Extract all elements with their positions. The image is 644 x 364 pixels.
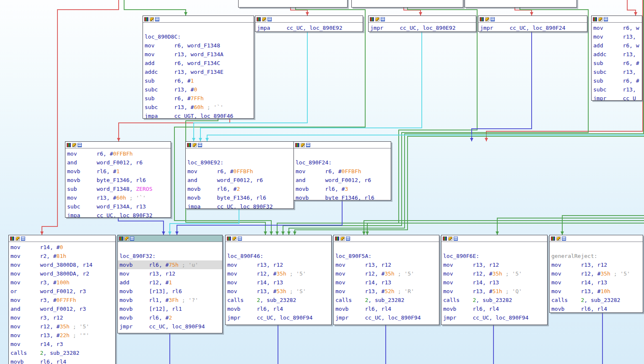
asm-line: mov word_3800DA, r2 [10, 269, 115, 278]
node-code: loc_890D8C:mov r6, word_F1348mov r13, wo… [143, 23, 254, 119]
node-code: jmpr cc_UC, loc_890E92 [369, 23, 476, 32]
asm-line [227, 243, 331, 252]
asm-line: movb rl6, rl4 [10, 357, 115, 364]
node-titlebar [592, 16, 642, 23]
asm-line: generalReject: [551, 252, 643, 260]
asm-line: subc r13, [593, 68, 642, 76]
node-jmp-top-3[interactable]: jmpr cc_UGT, loc_890F46 [465, 0, 577, 8]
graph-canvas[interactable]: jmpa cc_UGT, loc_890F46jmpa cc_UGT, loc_… [0, 0, 644, 364]
asm-line: movb rl1, #3Fh ; '?' [119, 296, 222, 304]
node-jmp-f24[interactable]: jmpr cc_UC, loc_890F24 [478, 16, 587, 32]
node-loc_890F6E[interactable]: loc_890F6E:mov r13, r12mov r12, #35h ; '… [441, 235, 548, 325]
edit-icon [448, 237, 452, 241]
asm-line: addc r13, [593, 50, 642, 59]
node-generalReject[interactable]: generalReject:mov r13, r12mov r12, #35h … [549, 235, 643, 313]
node-block-mid-left[interactable]: mov r6, #0FFBFhand word_F0012, r6movb rl… [65, 141, 171, 218]
edit-icon [375, 17, 379, 21]
asm-line [187, 149, 293, 158]
asm-line: movb rl6, rl4 [227, 304, 331, 313]
asm-line: jmpr cc_UC, loc_890F94 [443, 313, 547, 322]
asm-line: jmpr cc_UC, loc_890F94 [119, 322, 222, 331]
node-loc_890F5A[interactable]: loc_890F5A:mov r13, r12mov r12, #35h ; '… [333, 235, 439, 325]
edit-icon [598, 17, 602, 21]
asm-line: jmpr cc_UC, loc_890F94 [227, 313, 331, 322]
edit-icon [232, 237, 236, 241]
asm-line: calls 2, sub_23282 [10, 348, 115, 357]
asm-line: sub word_F1348, ZEROS [67, 185, 171, 193]
node-code: loc_890F6E:mov r13, r12mov r12, #35h ; '… [441, 242, 547, 322]
asm-line: mov r6, #0FFBFh [187, 167, 293, 176]
node-jmp-e92-b[interactable]: jmpr cc_UC, loc_890E92 [368, 16, 476, 32]
node-code: jmpa cc_UC, loc_890E92 [255, 23, 363, 32]
asm-line: loc_890E92: [187, 158, 293, 167]
color-palette-icon [443, 237, 447, 241]
flowchart-icon [267, 17, 272, 21]
edit-icon [485, 17, 489, 21]
flowchart-icon [130, 237, 134, 241]
node-titlebar [226, 235, 331, 242]
edit-icon [72, 143, 76, 147]
asm-line: mov r12, #35h ; '5' [227, 269, 331, 278]
asm-line: mov r13, #22h ; '"' [10, 331, 115, 340]
asm-line: loc_890F6E: [443, 252, 547, 260]
asm-line: subc r13, #0 [145, 85, 254, 94]
asm-line: subc r13, [593, 85, 642, 94]
asm-line: sub r6, # [593, 76, 642, 85]
asm-line: mov r6, w [593, 23, 642, 32]
asm-line: mov word_3800D8, r14 [10, 260, 115, 269]
color-palette-icon [551, 237, 555, 241]
node-loc_890F46[interactable]: loc_890F46:mov r13, r12mov r12, #35h ; '… [225, 235, 332, 325]
asm-line: sub r6, #7FFh [145, 94, 254, 103]
node-jmp-top-1[interactable]: jmpa cc_UGT, loc_890F46 [238, 0, 348, 8]
asm-line: mov r12, #35h ; '5' [10, 322, 115, 331]
asm-line: movb byte_F1346, rl6 [187, 193, 293, 202]
color-palette-icon [480, 17, 484, 21]
node-titlebar [255, 16, 363, 23]
node-jmp-e92-a[interactable]: jmpa cc_UC, loc_890E92 [255, 16, 363, 32]
asm-line [467, 0, 576, 7]
edit-icon [301, 143, 305, 147]
asm-line: add r6, word_F134C [145, 59, 254, 68]
asm-line: jmpa cc_UGT, loc_890F46 [145, 112, 254, 119]
asm-line: jmpr cc_UGT, loc_890F46 [467, 7, 576, 8]
asm-line: mov r12, #35h ; '5' [335, 269, 439, 278]
asm-line: loc_890F24: [296, 158, 391, 167]
asm-line: movb [r13], rl6 [119, 287, 222, 296]
flowchart-icon [306, 143, 310, 147]
node-block-bottom-left[interactable]: mov r14, #0mov r2, #81hmov word_3800D8, … [8, 235, 116, 364]
asm-line: mov r13, r12 [335, 260, 439, 269]
node-jmp-top-2[interactable]: jmpa cc_UGT, loc_890F46 [351, 0, 463, 8]
asm-line: mov r13, r12 [227, 260, 331, 269]
asm-line: mov r14, #0 [10, 243, 115, 252]
asm-line [119, 243, 222, 252]
color-palette-icon [67, 143, 71, 147]
node-loc_890E92[interactable]: loc_890E92:mov r6, #0FFBFhand word_F0012… [185, 141, 294, 209]
asm-line [443, 243, 547, 252]
asm-line: mov r14, r3 [10, 340, 115, 348]
node-loc_890F32[interactable]: loc_890F32:movb rl6, #75h ; 'u'mov r13, … [117, 235, 223, 333]
asm-line: and word_F0012, r6 [187, 176, 293, 185]
node-code: jmpr cc_UGT, loc_890F46 [465, 0, 576, 8]
color-palette-icon [295, 143, 299, 147]
asm-line [335, 243, 439, 252]
node-titlebar [478, 16, 587, 23]
flowchart-icon [381, 17, 385, 21]
asm-line: movb byte_F1346, rl6 [296, 193, 391, 200]
color-palette-icon [144, 17, 148, 21]
asm-line: movb byte_F1346, rl6 [67, 176, 171, 185]
node-titlebar [9, 235, 115, 242]
asm-line: jmpa cc_UC, loc_890F32 [67, 211, 171, 218]
node-loc_890F24[interactable]: loc_890F24:mov r6, #0FFBFhand word_F0012… [293, 141, 391, 200]
asm-line: mov r12, #35h ; '5' [443, 269, 547, 278]
asm-line: jmpa cc_UGT, loc_890F46 [240, 7, 347, 8]
node-block-right-clipped[interactable]: mov r6, wmov r13, add r6, waddc r13, sub… [591, 16, 642, 101]
asm-line: calls 2, sub_23282 [335, 296, 439, 304]
asm-line: mov r14, r13 [227, 278, 331, 287]
asm-line: mov r13, word_F134A [145, 50, 254, 59]
asm-line: sub r6, # [593, 59, 642, 68]
node-loc_890D8C[interactable]: loc_890D8C:mov r6, word_F1348mov r13, wo… [143, 16, 254, 119]
color-palette-icon [257, 17, 261, 21]
color-palette-icon [119, 237, 123, 241]
color-palette-icon [187, 143, 191, 147]
node-code: mov r6, #0FFBFhand word_F0012, r6movb rl… [65, 148, 171, 218]
